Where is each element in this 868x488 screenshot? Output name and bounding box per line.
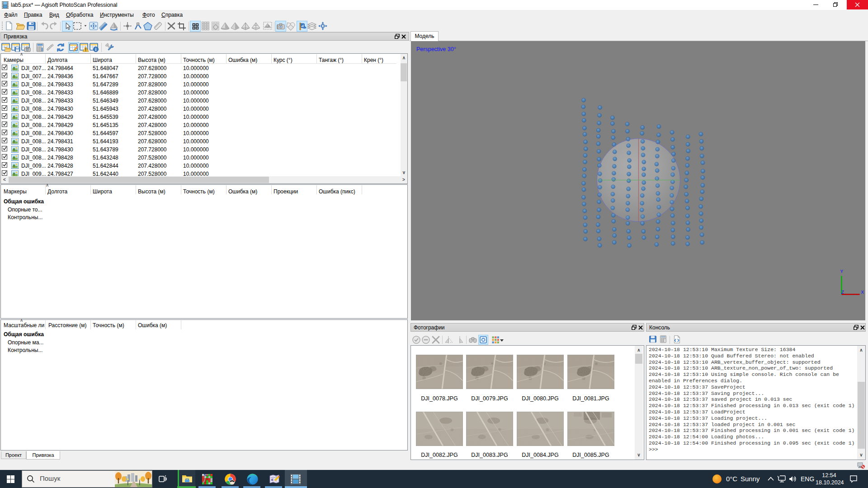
svg-text:Perspective 30°: Perspective 30°: [416, 46, 456, 52]
svg-text:Y: Y: [840, 269, 844, 274]
svg-text:Z: Z: [841, 290, 844, 295]
svg-text:X: X: [861, 290, 864, 295]
